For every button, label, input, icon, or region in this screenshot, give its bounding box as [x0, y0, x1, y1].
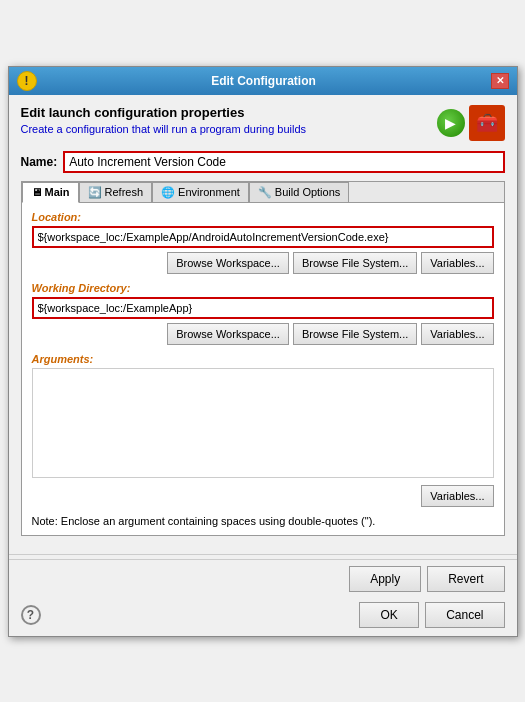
tab-build-options[interactable]: 🔧 Build Options: [249, 182, 349, 202]
toolbox-icon: 🧰: [469, 105, 505, 141]
help-button[interactable]: ?: [21, 605, 41, 625]
location-input[interactable]: [32, 226, 494, 248]
ok-button[interactable]: OK: [359, 602, 419, 628]
working-directory-input[interactable]: [32, 297, 494, 319]
dialog-body: Edit launch configuration properties Cre…: [9, 95, 517, 554]
location-label: Location:: [32, 211, 494, 223]
close-button[interactable]: ✕: [491, 73, 509, 89]
tab-environment[interactable]: 🌐 Environment: [152, 182, 249, 202]
apply-revert-row: Apply Revert: [9, 559, 517, 598]
workdir-browse-workspace-button[interactable]: Browse Workspace...: [167, 323, 289, 345]
header-left: Edit launch configuration properties Cre…: [21, 105, 307, 135]
tab-refresh-label: Refresh: [105, 186, 144, 198]
build-options-tab-icon: 🔧: [258, 186, 272, 199]
tabs-section: 🖥 Main 🔄 Refresh 🌐 Environment 🔧 Build O…: [21, 181, 505, 536]
location-browse-filesystem-button[interactable]: Browse File System...: [293, 252, 417, 274]
title-bar-left: !: [17, 71, 37, 91]
location-variables-button[interactable]: Variables...: [421, 252, 493, 274]
workdir-browse-filesystem-button[interactable]: Browse File System...: [293, 323, 417, 345]
name-row: Name:: [21, 151, 505, 173]
arguments-label: Arguments:: [32, 353, 494, 365]
tab-main[interactable]: 🖥 Main: [22, 182, 79, 203]
title-bar-controls: ✕: [491, 73, 509, 89]
play-button[interactable]: ▶: [437, 109, 465, 137]
tabs-bar: 🖥 Main 🔄 Refresh 🌐 Environment 🔧 Build O…: [22, 182, 504, 203]
refresh-tab-icon: 🔄: [88, 186, 102, 199]
tab-content-main: Location: Browse Workspace... Browse Fil…: [22, 203, 504, 535]
arguments-textarea[interactable]: [32, 368, 494, 478]
workdir-variables-button[interactable]: Variables...: [421, 323, 493, 345]
note-text: Note: Enclose an argument containing spa…: [32, 515, 494, 527]
cancel-button[interactable]: Cancel: [425, 602, 504, 628]
location-group: Location: Browse Workspace... Browse Fil…: [32, 211, 494, 274]
arguments-variables-button[interactable]: Variables...: [421, 485, 493, 507]
dialog-title: Edit Configuration: [37, 74, 491, 88]
revert-button[interactable]: Revert: [427, 566, 504, 592]
edit-configuration-dialog: ! Edit Configuration ✕ Edit launch confi…: [8, 66, 518, 637]
arguments-group: Arguments: Variables...: [32, 353, 494, 507]
location-buttons: Browse Workspace... Browse File System..…: [32, 252, 494, 274]
working-directory-buttons: Browse Workspace... Browse File System..…: [32, 323, 494, 345]
main-tab-icon: 🖥: [31, 186, 42, 198]
header-subtitle: Create a configuration that will run a p…: [21, 123, 307, 135]
header-title: Edit launch configuration properties: [21, 105, 307, 120]
header-icons: ▶ 🧰: [437, 105, 505, 141]
working-directory-label: Working Directory:: [32, 282, 494, 294]
tab-refresh[interactable]: 🔄 Refresh: [79, 182, 153, 202]
name-label: Name:: [21, 155, 58, 169]
name-input[interactable]: [63, 151, 504, 173]
environment-tab-icon: 🌐: [161, 186, 175, 199]
location-browse-workspace-button[interactable]: Browse Workspace...: [167, 252, 289, 274]
working-directory-group: Working Directory: Browse Workspace... B…: [32, 282, 494, 345]
warning-icon: !: [17, 71, 37, 91]
bottom-row: ? OK Cancel: [9, 598, 517, 636]
apply-button[interactable]: Apply: [349, 566, 421, 592]
arguments-variables-row: Variables...: [32, 485, 494, 507]
tab-environment-label: Environment: [178, 186, 240, 198]
tab-main-label: Main: [45, 186, 70, 198]
header-section: Edit launch configuration properties Cre…: [21, 105, 505, 141]
separator-1: [9, 554, 517, 555]
title-bar: ! Edit Configuration ✕: [9, 67, 517, 95]
tab-build-options-label: Build Options: [275, 186, 340, 198]
